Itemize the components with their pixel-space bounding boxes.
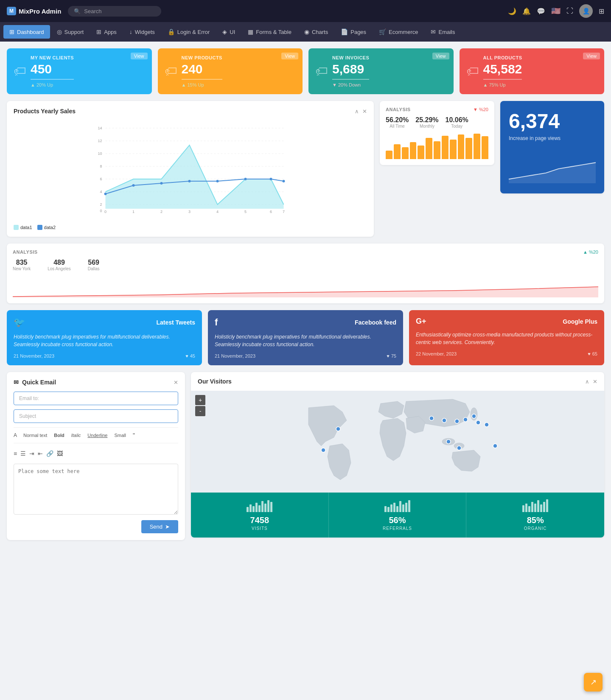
chat-icon[interactable]: 💬 bbox=[537, 7, 545, 15]
map-zoom-out-button[interactable]: - bbox=[195, 406, 205, 416]
clients-label: MY NEW CLIENTS bbox=[31, 55, 74, 60]
nav-item-widgets[interactable]: ↓ Widgets bbox=[123, 25, 161, 39]
svg-text:1: 1 bbox=[132, 210, 135, 214]
nav-item-charts[interactable]: ◉ Charts bbox=[298, 25, 334, 39]
nav-label-emails: Emails bbox=[438, 29, 455, 35]
analysis-stat-alltime-label: All Time bbox=[386, 124, 409, 129]
close-email-icon[interactable]: ✕ bbox=[174, 379, 178, 386]
stat-card-products: View 🏷 NEW PRODUCTS 240 ▲ 15% Up bbox=[158, 48, 303, 94]
svg-text:2: 2 bbox=[100, 202, 102, 207]
la-value: 489 bbox=[48, 259, 71, 266]
nav-label-login: Login & Error bbox=[177, 29, 210, 35]
small-button[interactable]: Small bbox=[112, 432, 128, 439]
link-icon[interactable]: 🔗 bbox=[46, 450, 53, 457]
analysis-stat-alltime-value: 56.20% bbox=[386, 116, 409, 124]
dark-mode-icon[interactable]: 🌙 bbox=[508, 7, 516, 15]
send-button[interactable]: Send ➤ bbox=[141, 520, 178, 533]
list-icon[interactable]: ≡ bbox=[14, 450, 17, 457]
email-body-textarea[interactable] bbox=[14, 464, 178, 515]
svg-text:6: 6 bbox=[100, 177, 102, 181]
nav-item-login-error[interactable]: 🔒 Login & Error bbox=[162, 25, 216, 39]
visits-label: VISITS bbox=[198, 526, 322, 531]
bold-button[interactable]: Bold bbox=[52, 432, 66, 439]
outdent-icon[interactable]: ⇤ bbox=[38, 450, 43, 457]
pages-icon: 📄 bbox=[341, 28, 348, 35]
widgets-icon: ↓ bbox=[129, 28, 132, 35]
analysis-stat-today-value: 10.06% bbox=[446, 116, 468, 124]
svg-point-28 bbox=[216, 180, 219, 182]
svg-point-41 bbox=[455, 419, 459, 423]
flag-icon[interactable]: 🇺🇸 bbox=[551, 6, 561, 16]
nav-item-ecommerce[interactable]: 🛒 Ecommerce bbox=[373, 25, 424, 39]
nav-item-apps[interactable]: ⊞ Apps bbox=[90, 25, 123, 39]
analysis-label-1: ANALYSIS bbox=[386, 107, 411, 112]
image-icon[interactable]: 🖼 bbox=[57, 450, 63, 457]
clients-value: 450 bbox=[31, 62, 74, 76]
dashboard-icon: ⊞ bbox=[9, 28, 14, 35]
search-input[interactable] bbox=[84, 8, 152, 14]
login-icon: 🔒 bbox=[168, 28, 175, 35]
italic-button[interactable]: Italic bbox=[69, 432, 83, 439]
twitter-title: Latest Tweets bbox=[156, 319, 195, 326]
analysis-stats-1: 56.20% All Time 25.29% Monthly 10.06% To… bbox=[386, 116, 488, 129]
products-value: 240 bbox=[182, 62, 222, 76]
email-to-input[interactable] bbox=[14, 392, 178, 405]
page-views-label: Increase in page views bbox=[509, 135, 596, 141]
nav-item-dashboard[interactable]: ⊞ Dashboard bbox=[3, 25, 50, 39]
svg-text:0: 0 bbox=[104, 210, 107, 214]
chart-title: Products Yearly Sales bbox=[14, 108, 76, 115]
view-products-button[interactable]: View bbox=[281, 53, 298, 59]
organic-mini-chart bbox=[473, 499, 597, 512]
gplus-text: Enthusiastically optimize cross-media ma… bbox=[416, 331, 597, 346]
stat-card-clients: View 🏷 MY NEW CLIENTS 450 ▲ 20% Up bbox=[7, 48, 152, 94]
normal-text-button[interactable]: Normal text bbox=[21, 432, 49, 439]
all-products-icon: 🏷 bbox=[466, 64, 479, 78]
collapse-visitors-icon[interactable]: ∧ bbox=[585, 378, 589, 385]
subject-input[interactable] bbox=[14, 409, 178, 423]
nav-item-pages[interactable]: 📄 Pages bbox=[335, 25, 372, 39]
nav-item-support[interactable]: ◎ Support bbox=[51, 25, 90, 39]
close-chart-icon[interactable]: ✕ bbox=[362, 108, 367, 115]
svg-point-39 bbox=[429, 416, 434, 420]
close-visitors-icon[interactable]: ✕ bbox=[593, 378, 597, 385]
nav-label-dashboard: Dashboard bbox=[17, 29, 44, 35]
grid-icon[interactable]: ⊞ bbox=[599, 7, 604, 15]
underline-button[interactable]: Underline bbox=[85, 432, 109, 439]
collapse-chart-icon[interactable]: ∧ bbox=[355, 108, 359, 115]
twitter-likes: ♥ 45 bbox=[185, 353, 195, 358]
svg-point-42 bbox=[463, 417, 468, 422]
indent-icon[interactable]: ⇥ bbox=[29, 450, 34, 457]
svg-point-46 bbox=[493, 444, 497, 448]
send-icon: ➤ bbox=[165, 524, 170, 530]
nav-label-widgets: Widgets bbox=[135, 29, 155, 35]
view-all-products-button[interactable]: View bbox=[583, 53, 600, 59]
legend-label-data1: data1 bbox=[20, 225, 32, 230]
fullscreen-icon[interactable]: ⛶ bbox=[566, 7, 573, 15]
visitors-stat-referrals: 56% REFERRALS bbox=[329, 493, 467, 538]
svg-point-24 bbox=[104, 193, 107, 195]
nav-item-ui[interactable]: ◈ UI bbox=[216, 25, 241, 39]
chart-legend: data1 data2 bbox=[14, 225, 367, 230]
svg-marker-32 bbox=[509, 162, 596, 183]
gplus-icon: G+ bbox=[416, 317, 426, 326]
charts-icon: ◉ bbox=[304, 28, 309, 35]
sales-chart: 14 12 10 8 6 4 2 0 0 1 2 3 4 5 6 7 bbox=[14, 120, 367, 221]
big-number-card: 6,374 Increase in page views bbox=[500, 101, 604, 193]
invoices-value: 5,689 bbox=[332, 62, 369, 76]
quote-button[interactable]: " bbox=[131, 431, 137, 440]
search-box[interactable]: 🔍 bbox=[68, 6, 161, 17]
svg-point-31 bbox=[283, 180, 285, 182]
list2-icon[interactable]: ☰ bbox=[20, 450, 26, 457]
nav-item-emails[interactable]: ✉ Emails bbox=[425, 25, 461, 39]
bell-icon[interactable]: 🔔 bbox=[522, 7, 531, 15]
svg-text:8: 8 bbox=[100, 164, 102, 168]
editor-icons-row: ≡ ☰ ⇥ ⇤ 🔗 🖼 bbox=[14, 448, 178, 459]
facebook-card: f Facebook feed Holisticly benchmark plu… bbox=[208, 310, 403, 365]
avatar[interactable]: 👤 bbox=[579, 4, 593, 18]
view-clients-button[interactable]: View bbox=[131, 53, 148, 59]
view-invoices-button[interactable]: View bbox=[432, 53, 449, 59]
map-zoom-in-button[interactable]: + bbox=[195, 395, 205, 405]
nav-item-forms-table[interactable]: ▦ Forms & Table bbox=[242, 25, 297, 39]
products-trend: ▲ 15% Up bbox=[182, 82, 222, 87]
svg-text:4: 4 bbox=[100, 190, 102, 194]
